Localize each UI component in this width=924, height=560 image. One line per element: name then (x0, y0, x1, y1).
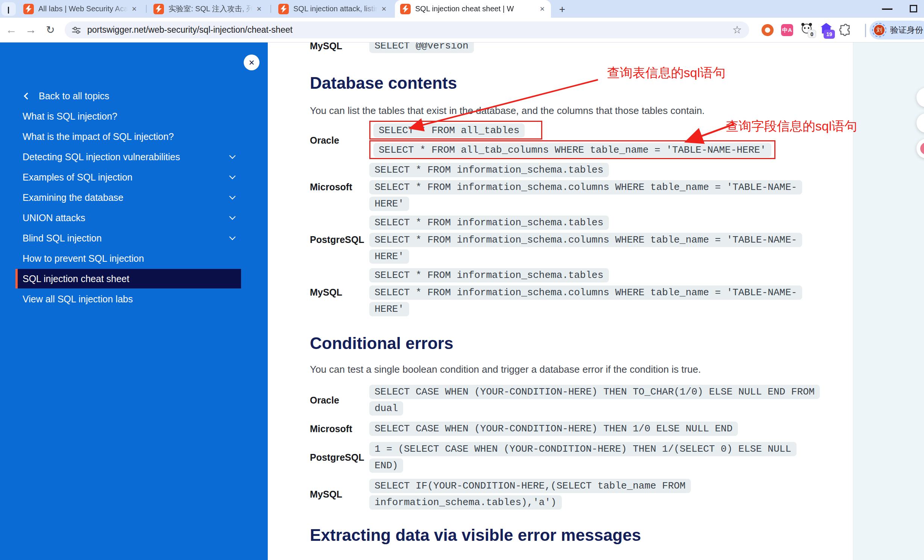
portswigger-favicon-icon (278, 4, 289, 14)
sidebar-item-impact[interactable]: What is the impact of SQL injection? (0, 126, 268, 147)
tab-close-icon[interactable]: × (254, 4, 264, 14)
sql-code: SELECT CASE WHEN (YOUR-CONDITION-HERE) T… (369, 422, 738, 436)
sidebar-item-prevent[interactable]: How to prevent SQL injection (0, 248, 268, 269)
site-info-icon[interactable] (71, 24, 82, 36)
section-title-extracting-data: Extracting data via visible error messag… (310, 525, 853, 545)
extension-badge: 0 (808, 30, 816, 38)
tab-title: 实验室: SQL 注入攻击, 列出 (168, 4, 254, 14)
portswigger-favicon-icon (23, 4, 34, 14)
annotation-tables-note: 查询表信息的sql语句 (607, 64, 725, 82)
tab-close-icon[interactable]: × (129, 4, 139, 14)
db-label: Oracle (310, 395, 369, 406)
topic-sidebar: × Back to all topics What is SQL injecti… (0, 42, 268, 560)
floating-action-button[interactable] (916, 113, 924, 133)
floating-action-button[interactable] (916, 88, 924, 107)
floating-feedback-button[interactable] (916, 139, 924, 158)
annotation-columns-note: 查询字段信息的sql语句 (726, 118, 857, 135)
sql-code: SELECT * FROM all_tables (373, 123, 525, 138)
code-row-microsoft: Microsoft SELECT CASE WHEN (YOUR-CONDITI… (310, 420, 853, 437)
extension-panda-icon[interactable]: 0 (799, 22, 815, 38)
code-row-version: MySQL SELECT @@version (310, 42, 853, 55)
tab-title: SQL injection cheat sheet | W (415, 5, 537, 13)
sidebar-item-view-all-labs[interactable]: View all SQL injection labs (0, 289, 268, 309)
sidebar-back-link[interactable]: Back to all topics (0, 88, 268, 104)
tab-close-icon[interactable]: × (537, 4, 547, 14)
profile-button[interactable]: 刘 验证身份 (869, 21, 924, 39)
sidebar-close-icon[interactable]: × (244, 55, 259, 70)
code-row-postgresql: PostgreSQL SELECT * FROM information_sch… (310, 214, 853, 265)
sql-code: SELECT * FROM information_schema.columns… (369, 180, 802, 211)
extension-translate-icon[interactable]: 中A (779, 22, 795, 38)
sidebar-item-what-is-sqli[interactable]: What is SQL injection? (0, 106, 268, 126)
browser-toolbar: ← → ↻ portswigger.net/web-security/sql-i… (0, 18, 924, 42)
chevron-left-icon (24, 93, 30, 99)
section-title-conditional-errors: Conditional errors (310, 334, 853, 353)
tab-separator (270, 5, 271, 13)
avatar-ring: 刘 (872, 23, 886, 37)
sql-code: 1 = (SELECT CASE WHEN (YOUR-CONDITION-HE… (369, 442, 797, 473)
code-row-microsoft: Microsoft SELECT * FROM information_sche… (310, 161, 853, 212)
sql-code: SELECT * FROM information_schema.columns… (369, 233, 802, 264)
sql-code: SELECT * FROM information_schema.tables (369, 268, 609, 282)
sidebar-nav: What is SQL injection? What is the impac… (0, 106, 268, 309)
db-label: PostgreSQL (310, 452, 369, 463)
db-label: MySQL (310, 287, 369, 298)
tab-strip: All labs | Web Security Acade × 实验室: SQL… (0, 0, 924, 18)
portswigger-favicon-icon (400, 4, 411, 14)
sql-code: SELECT @@version (369, 42, 474, 53)
address-bar[interactable]: portswigger.net/web-security/sql-injecti… (65, 21, 749, 38)
sidebar-item-examples[interactable]: Examples of SQL injection (0, 167, 268, 187)
chevron-down-icon[interactable] (229, 153, 236, 159)
forward-button[interactable]: → (23, 21, 39, 38)
tab-lab-cn[interactable]: 实验室: SQL 注入攻击, 列出 × (148, 0, 268, 18)
window-minimize-button[interactable] (882, 8, 892, 10)
chevron-down-icon (8, 7, 9, 14)
avatar: 刘 (874, 25, 885, 35)
tab-search-button[interactable] (2, 2, 16, 16)
tab-sqli-attack[interactable]: SQL injection attack, listing th × (273, 0, 393, 18)
extensions-puzzle-icon[interactable] (838, 22, 854, 38)
red-highlight-box: SELECT * FROM all_tab_columns WHERE tabl… (369, 140, 775, 159)
code-row-oracle: Oracle SELECT CASE WHEN (YOUR-CONDITION-… (310, 383, 853, 417)
tab-separator (146, 5, 147, 13)
db-label: MySQL (310, 489, 369, 500)
section-title-database-contents: Database contents (310, 73, 853, 93)
browser-window: All labs | Web Security Acade × 实验室: SQL… (0, 0, 924, 560)
code-row-mysql: MySQL SELECT IF(YOUR-CONDITION-HERE,(SEL… (310, 477, 853, 511)
chevron-down-icon[interactable] (229, 173, 236, 179)
new-tab-button[interactable]: + (556, 3, 569, 16)
extension-badge: 19 (824, 30, 835, 39)
window-maximize-button[interactable] (910, 5, 917, 12)
red-highlight-box: SELECT * FROM all_tables (369, 121, 542, 140)
chevron-down-icon[interactable] (229, 214, 236, 220)
sidebar-item-cheat-sheet-active[interactable]: SQL injection cheat sheet (15, 269, 241, 288)
section-intro: You can test a single boolean condition … (310, 363, 853, 376)
code-row-mysql: MySQL SELECT * FROM information_schema.t… (310, 267, 853, 318)
code-row-postgresql: PostgreSQL 1 = (SELECT CASE WHEN (YOUR-C… (310, 440, 853, 474)
sidebar-item-detecting[interactable]: Detecting SQL injection vulnerabilities (0, 147, 268, 167)
tab-cheat-sheet-active[interactable]: SQL injection cheat sheet | W × (395, 0, 551, 18)
bookmark-star-icon[interactable]: ☆ (730, 23, 744, 37)
tab-all-labs[interactable]: All labs | Web Security Acade × (18, 0, 143, 18)
sql-code: SELECT IF(YOUR-CONDITION-HERE,(SELECT ta… (369, 479, 691, 510)
chevron-down-icon[interactable] (229, 234, 236, 240)
section-intro: You can list the tables that exist in th… (310, 104, 853, 117)
portswigger-favicon-icon (153, 4, 164, 14)
back-button[interactable]: ← (3, 21, 20, 38)
sidebar-item-union-attacks[interactable]: UNION attacks (0, 208, 268, 228)
extension-orange-circle-icon[interactable] (760, 22, 775, 38)
reload-button[interactable]: ↻ (42, 21, 59, 38)
chevron-down-icon[interactable] (229, 193, 236, 200)
db-label: Microsoft (310, 182, 369, 193)
url-text[interactable]: portswigger.net/web-security/sql-injecti… (87, 25, 730, 35)
sidebar-item-examining[interactable]: Examining the database (0, 187, 268, 208)
extension-house-icon[interactable]: 19 (818, 22, 834, 38)
profile-label: 验证身份 (890, 24, 923, 36)
db-label: Microsoft (310, 423, 369, 434)
db-label: PostgreSQL (310, 234, 369, 245)
tab-close-icon[interactable]: × (379, 4, 389, 14)
tab-title: All labs | Web Security Acade (38, 5, 129, 13)
page-viewport: MySQL SELECT @@version Database contents… (0, 42, 924, 560)
tab-title: SQL injection attack, listing th (293, 5, 379, 13)
sidebar-item-blind-sqli[interactable]: Blind SQL injection (0, 228, 268, 248)
